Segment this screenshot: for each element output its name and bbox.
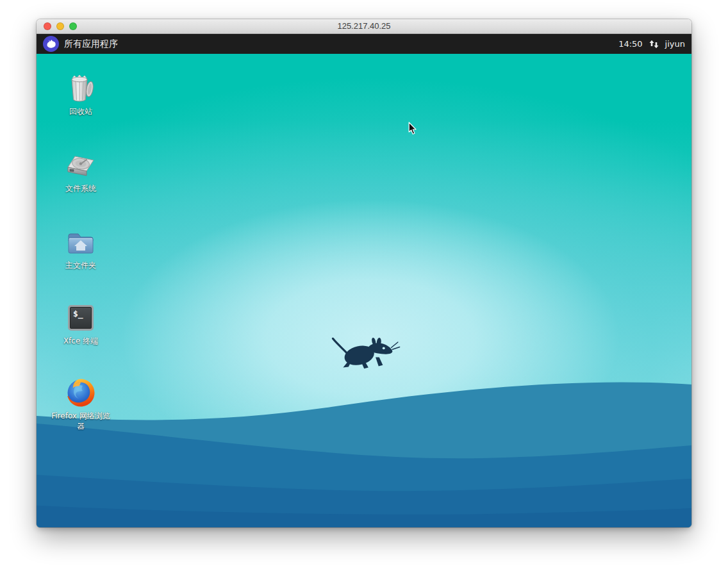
terminal-icon: $_	[65, 302, 96, 333]
desktop-icon-firefox[interactable]: Firefox 网络浏览器	[50, 377, 112, 431]
remote-desktop-window: 125.217.40.25 所有应用程序 14:50 jiyun	[37, 19, 691, 527]
desktop-icon-filesystem[interactable]: 文件系统	[50, 150, 112, 194]
mouse-cursor	[408, 122, 417, 135]
firefox-icon	[65, 377, 96, 408]
icon-label: 文件系统	[65, 183, 96, 194]
xfce-logo-icon	[43, 36, 59, 52]
home-folder-icon	[65, 227, 96, 258]
desktop-icon-home[interactable]: 主文件夹	[50, 227, 112, 270]
trash-can-icon	[65, 73, 96, 104]
icon-label: 主文件夹	[65, 260, 96, 270]
clock[interactable]: 14:50	[618, 39, 642, 49]
xfce-panel: 所有应用程序 14:50 jiyun	[37, 34, 691, 54]
desktop-icon-terminal[interactable]: $_ Xfce 终端	[50, 302, 112, 346]
desktop[interactable]: 回收站 文件系统	[37, 54, 691, 527]
window-title: 125.217.40.25	[37, 19, 691, 33]
hard-disk-icon	[65, 150, 96, 181]
xfce-mouse-logo	[330, 332, 403, 372]
applications-menu-button[interactable]: 所有应用程序	[43, 36, 118, 52]
desktop-icon-trash[interactable]: 回收站	[50, 73, 112, 117]
terminal-prompt-glyph: $_	[68, 305, 94, 331]
panel-right: 14:50 jiyun	[618, 39, 685, 49]
titlebar[interactable]: 125.217.40.25	[37, 19, 691, 34]
icon-label: 回收站	[69, 106, 92, 117]
wallpaper-waves	[37, 374, 691, 527]
username-menu[interactable]: jiyun	[665, 39, 685, 49]
icon-label: Xfce 终端	[63, 336, 98, 346]
icon-label: Firefox 网络浏览器	[50, 411, 112, 431]
network-arrows-icon[interactable]	[649, 39, 659, 49]
applications-menu-label: 所有应用程序	[64, 38, 118, 50]
